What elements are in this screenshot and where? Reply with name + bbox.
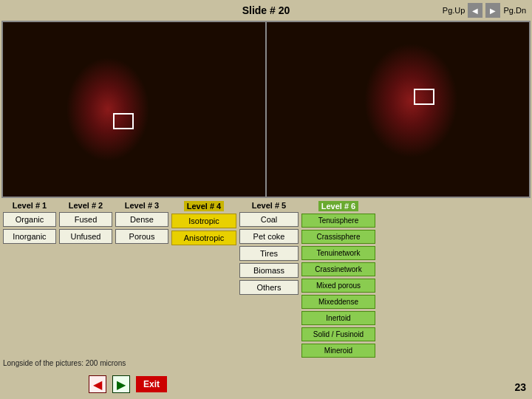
biomass-btn[interactable]: Biomass: [239, 263, 299, 278]
prev-button[interactable]: ◀: [468, 3, 482, 18]
inorganic-btn[interactable]: Inorganic: [3, 229, 56, 244]
level6-header: Level # 6: [318, 201, 358, 211]
level4-col: Level # 4 Isotropic Anisotropic: [171, 201, 236, 358]
next-button[interactable]: ▶: [485, 3, 500, 18]
tenuinetwork-btn[interactable]: Tenuinetwork: [301, 246, 375, 260]
pg-up-label: Pg.Up: [443, 6, 466, 15]
level2-col: Level # 2 Fused Unfused: [59, 201, 112, 358]
bottom-next-arrow[interactable]: ▶: [112, 375, 130, 393]
dense-btn[interactable]: Dense: [115, 212, 168, 227]
fused-btn[interactable]: Fused: [59, 212, 112, 227]
caption: Longside of the pictures: 200 microns: [3, 359, 532, 367]
nav-controls: Pg.Up ◀ ▶ Pg.Dn: [443, 3, 526, 18]
image-panel-left: [3, 22, 267, 197]
inertoid-btn[interactable]: Inertoid: [301, 311, 375, 325]
slide-title: Slide # 20: [242, 4, 290, 16]
bottom-prev-arrow[interactable]: ◀: [89, 375, 106, 393]
pg-dn-label: Pg.Dn: [503, 6, 526, 15]
mixed-porous-btn[interactable]: Mixed porous: [301, 279, 375, 293]
unfused-btn[interactable]: Unfused: [59, 229, 112, 244]
solid-fusinoid-btn[interactable]: Solid / Fusinoid: [301, 327, 375, 341]
level3-col: Level # 3 Dense Porous: [115, 201, 168, 358]
level5-header: Level # 5: [252, 201, 286, 210]
crassisphere-btn[interactable]: Crassisphere: [301, 230, 375, 244]
level1-header: Level # 1: [13, 201, 47, 210]
mixeddense-btn[interactable]: Mixeddense: [301, 295, 375, 309]
anisotropic-btn[interactable]: Anisotropic: [171, 231, 236, 245]
level5-col: Level # 5 Coal Pet coke Tires Biomass Ot…: [239, 201, 299, 358]
level2-header: Level # 2: [69, 201, 103, 210]
bottom-nav: ◀ ▶ Exit: [89, 375, 167, 393]
page-number: 23: [514, 381, 526, 393]
selection-box-right: [414, 89, 434, 105]
tires-btn[interactable]: Tires: [239, 246, 299, 261]
header: Slide # 20 Pg.Up ◀ ▶ Pg.Dn: [0, 0, 532, 21]
image-panel-right: [267, 22, 529, 197]
porous-btn[interactable]: Porous: [115, 229, 168, 244]
petcoke-btn[interactable]: Pet coke: [239, 229, 299, 244]
mineroid-btn[interactable]: Mineroid: [301, 344, 375, 358]
level3-header: Level # 3: [125, 201, 159, 210]
tenuisphere-btn[interactable]: Tenuisphere: [301, 214, 375, 228]
bottom-area: Level # 1 Organic Inorganic Level # 2 Fu…: [0, 198, 532, 358]
level4-header: Level # 4: [184, 201, 224, 211]
level1-col: Level # 1 Organic Inorganic: [3, 201, 56, 358]
exit-button[interactable]: Exit: [136, 376, 167, 392]
coal-btn[interactable]: Coal: [239, 212, 299, 227]
images-area: [1, 21, 531, 198]
isotropic-btn[interactable]: Isotropic: [171, 214, 236, 228]
others-btn[interactable]: Others: [239, 280, 299, 295]
crassinetwork-btn[interactable]: Crassinetwork: [301, 262, 375, 276]
level6-col: Level # 6 Tenuisphere Crassisphere Tenui…: [301, 201, 375, 358]
selection-box-left: [113, 113, 134, 129]
organic-btn[interactable]: Organic: [3, 212, 56, 227]
